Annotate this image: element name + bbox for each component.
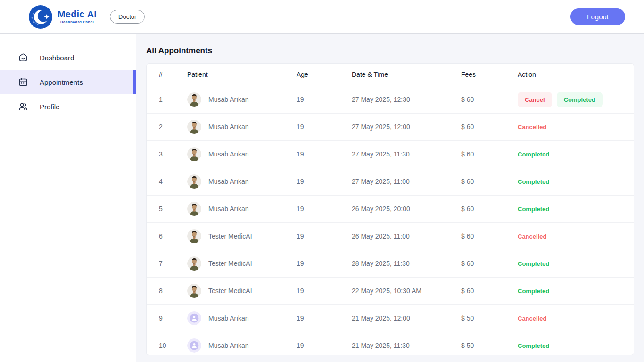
status-label: Cancelled [518,315,546,322]
status-label: Completed [518,288,549,295]
patient-name: Musab Arıkan [208,314,249,322]
appointment-fees: $ 60 [461,113,518,140]
appointment-datetime: 21 May 2025, 11:30 [352,332,461,355]
action-cell: Completed [518,140,634,168]
brand-text: Medic AI Dashboard Panel [58,9,97,24]
patient-cell: Musab Arıkan [187,338,297,353]
table-row: 6 Tester MedicAI 19 26 May 2025, [147,222,634,250]
patient-name: Tester MedicAI [208,232,252,240]
patient-avatar-photo [187,284,201,298]
row-index: 8 [147,277,187,304]
action-cell: Completed [518,250,634,277]
appointment-fees: $ 60 [461,250,518,277]
home-icon [18,52,28,63]
table-row: 9 Musab Arıkan 19 21 May 2025, 12:00 $ 5… [147,304,634,332]
table-row: 8 Tester MedicAI 19 22 May 2025, [147,277,634,304]
patient-avatar-placeholder [187,338,201,353]
patient-age: 19 [297,168,352,195]
action-cell: Completed [518,332,634,355]
patient-age: 19 [297,277,352,304]
avatar-photo-icon [187,92,201,107]
avatar-user-icon [187,338,201,353]
table-row: 2 Musab Arıkan 19 27 May 2025, 12 [147,113,634,140]
appointment-datetime: 21 May 2025, 12:00 [352,304,461,332]
row-index: 4 [147,168,187,195]
appointment-datetime: 27 May 2025, 11:30 [352,140,461,168]
patient-age: 19 [297,304,352,332]
appointments-table: # Patient Age Date & Time Fees Action 1 [147,64,634,355]
row-index: 1 [147,86,187,113]
row-index: 3 [147,140,187,168]
row-index: 10 [147,332,187,355]
top-header: Medic AI Dashboard Panel Doctor Logout [0,0,644,34]
col-header-num: # [147,64,187,86]
appointment-fees: $ 50 [461,304,518,332]
sidebar-item-label: Profile [40,103,60,111]
app-root: Medic AI Dashboard Panel Doctor Logout D… [0,0,644,362]
action-cell: Cancelled [518,222,634,250]
main-content: All Appointments # Patient Age Date & Ti… [136,34,644,362]
patient-cell: Tester MedicAI [187,284,297,298]
patient-age: 19 [297,195,352,222]
appointment-fees: $ 60 [461,86,518,113]
action-cell: Cancelled [518,113,634,140]
col-header-patient: Patient [187,64,297,86]
logout-button[interactable]: Logout [570,8,625,25]
cancel-button[interactable]: Cancel [518,92,552,107]
avatar-photo-icon [187,174,201,189]
patient-name: Musab Arıkan [208,96,249,103]
sidebar-item-label: Appointments [40,78,83,86]
patient-cell: Musab Arıkan [187,311,297,325]
table-row: 3 Musab Arıkan 19 27 May 2025, 11 [147,140,634,168]
appointment-fees: $ 50 [461,332,518,355]
sidebar-item-dashboard[interactable]: Dashboard [0,45,136,70]
patient-age: 19 [297,222,352,250]
avatar-photo-icon [187,147,201,161]
row-index: 5 [147,195,187,222]
table-header: # Patient Age Date & Time Fees Action [147,64,634,86]
action-buttons: CancelCompleted [518,96,603,103]
body-row: Dashboard Appointments [0,34,644,362]
table-row: 7 Tester MedicAI 19 28 May 2025, [147,250,634,277]
table-row: 1 Musab Arıkan 19 27 May 2025, 12 [147,86,634,113]
role-badge: Doctor [110,10,145,24]
status-label: Completed [518,342,549,349]
patient-avatar-placeholder [187,311,201,325]
completed-button[interactable]: Completed [557,92,603,107]
sidebar-item-label: Dashboard [40,54,74,62]
brand-tagline: Dashboard Panel [58,20,97,24]
patient-age: 19 [297,250,352,277]
appointment-datetime: 27 May 2025, 12:30 [352,86,461,113]
patient-name: Musab Arıkan [208,205,249,213]
sidebar-item-appointments[interactable]: Appointments [0,70,136,94]
patient-avatar-photo [187,147,201,161]
patient-age: 19 [297,113,352,140]
sidebar: Dashboard Appointments [0,34,136,362]
action-cell: Completed [518,195,634,222]
patient-avatar-photo [187,229,201,243]
appointments-table-card: # Patient Age Date & Time Fees Action 1 [146,63,634,355]
patient-name: Musab Arıkan [208,123,249,131]
row-index: 6 [147,222,187,250]
appointment-fees: $ 60 [461,277,518,304]
appointment-fees: $ 60 [461,168,518,195]
status-label: Completed [518,260,549,267]
patient-age: 19 [297,140,352,168]
table-row: 4 Musab Arıkan 19 27 May 2025, 11 [147,168,634,195]
action-cell: Completed [518,168,634,195]
patient-name: Musab Arıkan [208,178,249,185]
sidebar-item-profile[interactable]: Profile [0,94,136,119]
patient-avatar-photo [187,256,201,271]
appointment-fees: $ 60 [461,195,518,222]
patient-cell: Musab Arıkan [187,120,297,134]
patient-cell: Musab Arıkan [187,147,297,161]
action-cell: CancelCompleted [518,86,634,113]
avatar-photo-icon [187,229,201,243]
avatar-photo-icon [187,202,201,216]
col-header-datetime: Date & Time [352,64,461,86]
patient-cell: Tester MedicAI [187,229,297,243]
patient-avatar-photo [187,92,201,107]
avatar-user-icon [187,311,201,325]
patient-age: 19 [297,332,352,355]
avatar-photo-icon [187,256,201,271]
